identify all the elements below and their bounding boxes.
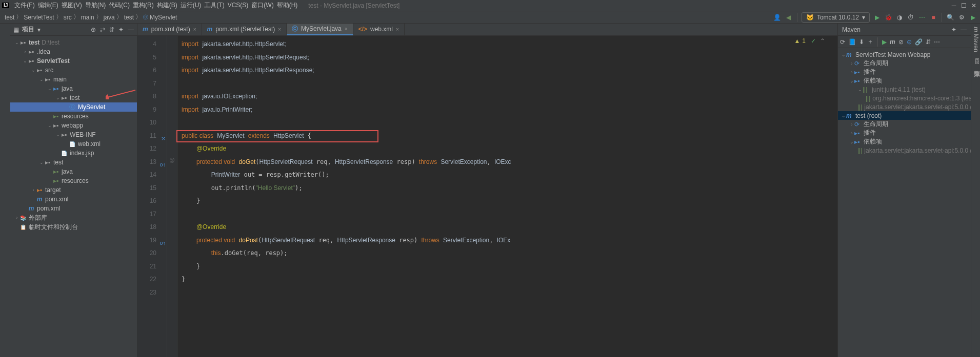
- reload-icon[interactable]: ⟳: [840, 38, 845, 46]
- code-line[interactable]: }: [177, 195, 837, 208]
- debug-icon[interactable]: 🐞: [884, 13, 892, 22]
- maven-node[interactable]: |||org.hamcrest:hamcrest-core:1.3 (tes: [838, 94, 971, 102]
- menu-item[interactable]: 编辑(E): [36, 2, 60, 9]
- menu-item[interactable]: 导航(N): [84, 2, 108, 9]
- code-line[interactable]: @Override: [177, 142, 837, 156]
- more-icon[interactable]: ⋯: [934, 38, 940, 46]
- maven-node[interactable]: ⌄|||junit:junit:4.11 (test): [838, 85, 971, 94]
- code-editor[interactable]: 4567891011⤧1213o↑141516171819o↑20212223 …: [137, 36, 837, 357]
- maven-node[interactable]: |||jakarta.servlet:jakarta.servlet-api:5…: [838, 102, 971, 111]
- code-line[interactable]: }: [177, 273, 837, 286]
- tree-node[interactable]: ⌄▸▪WEB-INF: [10, 130, 137, 139]
- coverage-icon[interactable]: ◑: [895, 13, 904, 22]
- expand-all-icon[interactable]: ⇄: [100, 26, 105, 33]
- code-line[interactable]: import java.io.PrintWriter;: [177, 103, 837, 117]
- collapse-icon[interactable]: ⇵: [926, 38, 931, 46]
- execute-goal-icon[interactable]: m: [890, 38, 895, 46]
- code-line[interactable]: import jakarta.servlet.http.HttpServletR…: [177, 51, 837, 65]
- tree-node[interactable]: ⌄▸▪webapp: [10, 121, 137, 130]
- tree-node[interactable]: ⌄▸▪test: [10, 158, 137, 167]
- menu-item[interactable]: 文件(F): [13, 2, 36, 9]
- menu-item[interactable]: 构建(B): [155, 2, 179, 9]
- tree-node[interactable]: ›▸▪.idea: [10, 47, 137, 56]
- menu-item[interactable]: 视图(V): [60, 2, 84, 9]
- tree-node[interactable]: ⓒMyServlet: [10, 102, 137, 112]
- close-tab-icon[interactable]: ×: [278, 27, 281, 32]
- editor-tab[interactable]: mpom.xml (test)×: [137, 24, 202, 35]
- code-line[interactable]: protected void doPost(HttpServletRequest…: [177, 234, 837, 247]
- code-line[interactable]: out.println("Hello Servlet");: [177, 182, 837, 195]
- maven-node[interactable]: ⌄▸▪依赖项: [838, 76, 971, 85]
- add-project-icon[interactable]: ＋: [867, 37, 873, 46]
- code-line[interactable]: [177, 286, 837, 300]
- menu-item[interactable]: VCS(S): [226, 2, 250, 9]
- close-button[interactable]: ✕: [970, 2, 978, 9]
- inspection-indicator[interactable]: ▲1 ✓ ⌃: [794, 37, 825, 45]
- toggle-offline-icon[interactable]: ⊘: [898, 38, 904, 46]
- tree-node[interactable]: mpom.xml: [10, 195, 137, 204]
- tree-node[interactable]: ⌄▸▪main: [10, 75, 137, 84]
- tree-node[interactable]: ›📚外部库: [10, 213, 137, 222]
- maven-node[interactable]: ›▸▪插件: [838, 68, 971, 76]
- breadcrumb-item[interactable]: ServletTest: [22, 14, 55, 21]
- editor-tab[interactable]: ⓒMyServlet.java×: [287, 24, 353, 35]
- menu-item[interactable]: 重构(R): [131, 2, 155, 9]
- code-line[interactable]: protected void doGet(HttpServletRequest …: [177, 156, 837, 169]
- minimize-button[interactable]: ─: [950, 2, 958, 9]
- code-line[interactable]: import jakarta.servlet.http.HttpServletR…: [177, 64, 837, 77]
- tree-node[interactable]: 📋临时文件和控制台: [10, 222, 137, 232]
- tree-node[interactable]: ⌄▸▪java: [10, 84, 137, 93]
- breadcrumb-item[interactable]: test: [3, 14, 16, 21]
- maximize-button[interactable]: ☐: [959, 2, 968, 9]
- stop-icon[interactable]: ■: [929, 13, 937, 22]
- add-config-icon[interactable]: 👤: [773, 13, 782, 22]
- editor-tab[interactable]: mpom.xml (ServletTest)×: [202, 24, 287, 35]
- menu-item[interactable]: 窗口(W): [250, 2, 275, 9]
- code-line[interactable]: import jakarta.servlet.http.HttpServlet;: [177, 38, 837, 51]
- tree-node[interactable]: 📄index.jsp: [10, 149, 137, 158]
- editor-tab[interactable]: </>web.xml×: [353, 24, 405, 35]
- tree-node[interactable]: ▸▪resources: [10, 112, 137, 121]
- settings-icon[interactable]: ✦: [951, 26, 956, 33]
- caret-icon[interactable]: ◀: [785, 13, 793, 22]
- maven-node[interactable]: ⌄mtest (root): [838, 111, 971, 120]
- menu-item[interactable]: 代码(C): [107, 2, 131, 9]
- tree-node[interactable]: ⌄▸▪testD:\test: [10, 38, 137, 47]
- breadcrumb-item[interactable]: java: [102, 14, 116, 21]
- code-line[interactable]: [177, 208, 837, 221]
- settings-icon[interactable]: ✦: [118, 26, 124, 33]
- generate-sources-icon[interactable]: 📘: [848, 38, 856, 46]
- close-tab-icon[interactable]: ×: [396, 27, 399, 32]
- breadcrumb-item[interactable]: ⓒ MyServlet: [142, 14, 178, 21]
- menu-item[interactable]: 运行(U): [179, 2, 203, 9]
- menu-item[interactable]: 帮助(H): [275, 2, 299, 9]
- collapse-all-icon[interactable]: ⇵: [109, 26, 114, 33]
- chevron-down-icon[interactable]: ▾: [37, 26, 41, 33]
- maven-node[interactable]: ⌄mServletTest Maven Webapp: [838, 50, 971, 59]
- tree-node[interactable]: mpom.xml: [10, 204, 137, 213]
- tree-node[interactable]: ⌄▸▪src: [10, 66, 137, 75]
- maven-node[interactable]: ›⟳生命周期: [838, 59, 971, 68]
- tree-node[interactable]: 📄web.xml: [10, 139, 137, 149]
- maven-node[interactable]: |||jakarta.servlet:jakarta.servlet-api:5…: [838, 146, 971, 155]
- toggle-skip-tests-icon[interactable]: ⊝: [907, 38, 912, 46]
- hide-icon[interactable]: —: [128, 26, 134, 33]
- maven-strip-button[interactable]: m Maven: [971, 24, 980, 55]
- breadcrumb-item[interactable]: test: [123, 14, 135, 21]
- maven-tree[interactable]: ⌄mServletTest Maven Webapp›⟳生命周期›▸▪插件⌄▸▪…: [838, 48, 971, 357]
- run-config-selector[interactable]: 🐱 Tomcat 10.0.12 ▾: [802, 12, 870, 23]
- attach-icon[interactable]: ⋯: [918, 13, 926, 22]
- tree-node[interactable]: ▸▪java: [10, 167, 137, 176]
- settings-icon[interactable]: ⚙: [957, 13, 966, 22]
- code-line[interactable]: PrintWriter out = resp.getWriter();: [177, 169, 837, 182]
- download-sources-icon[interactable]: ⬇: [859, 38, 864, 46]
- tree-node[interactable]: ▸▪resources: [10, 176, 137, 185]
- code-line[interactable]: }: [177, 260, 837, 274]
- select-opened-file-icon[interactable]: ⊕: [91, 26, 96, 33]
- database-strip-button[interactable]: 🗄 数据库: [971, 55, 980, 69]
- close-tab-icon[interactable]: ×: [193, 27, 196, 32]
- run-icon[interactable]: ▶: [873, 13, 881, 22]
- maven-node[interactable]: ›⟳生命周期: [838, 120, 971, 129]
- code-line[interactable]: @Override: [177, 221, 837, 234]
- search-icon[interactable]: 🔍: [946, 13, 954, 22]
